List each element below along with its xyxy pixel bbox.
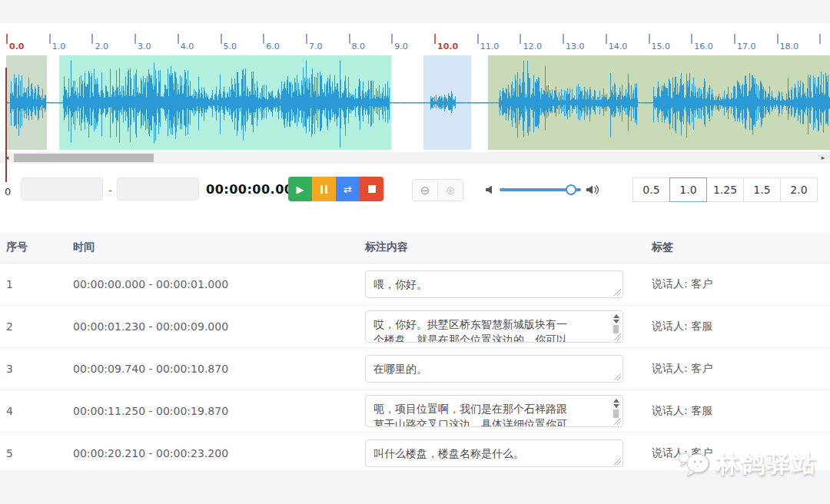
speed-button-1.0[interactable]: 1.0 (669, 177, 707, 202)
row-content-cell: 喂，你好。 (365, 270, 652, 298)
annotation-text-line1: 喂，你好。 (374, 277, 606, 292)
row-time: 00:00:00.000 - 00:00:01.000 (73, 278, 365, 290)
playhead[interactable] (5, 68, 7, 182)
zoom-button-group: ⊖ ⊕ (412, 179, 463, 201)
waveform-scrollbar[interactable]: ◂ ▸ (0, 152, 830, 164)
ruler-tick-label: 17.0 (737, 41, 756, 51)
waveform-panel: 0.01.02.03.04.05.06.07.08.09.010.011.012… (0, 23, 830, 166)
textarea-resize-handle[interactable] (614, 418, 621, 425)
annotation-textarea[interactable]: 喂，你好。 (365, 270, 623, 298)
playback-speed-group: 0.51.01.251.52.0 (633, 177, 818, 202)
row-content-cell: 在哪里的。 (365, 355, 652, 383)
textarea-resize-handle[interactable] (614, 373, 621, 380)
speed-button-0.5[interactable]: 0.5 (632, 177, 670, 202)
textarea-scroll-thumb[interactable] (613, 410, 619, 418)
row-seq: 5 (6, 447, 73, 459)
ruler-tick-label: 8.0 (352, 41, 366, 51)
header-seq: 序号 (6, 240, 73, 254)
annotation-textarea[interactable]: 在哪里的。 (365, 355, 623, 383)
textarea-resize-handle[interactable] (614, 458, 621, 465)
scroll-up-icon[interactable] (613, 399, 619, 403)
ruler-tick (391, 34, 393, 44)
scroll-down-icon[interactable] (613, 320, 619, 323)
row-speaker-label: 说话人: 客户 (652, 362, 830, 376)
range-separator: - (108, 184, 112, 196)
table-row[interactable]: 100:00:00.000 - 00:00:01.000喂，你好。说话人: 客户 (0, 264, 830, 306)
row-speaker-label: 说话人: 客服 (652, 320, 830, 333)
play-icon: ▶ (297, 184, 304, 194)
ruler-tick-label: 0.0 (9, 41, 25, 51)
scroll-down-icon[interactable] (613, 404, 619, 408)
row-seq: 4 (6, 405, 73, 417)
header-label: 标签 (652, 240, 830, 254)
transport-controls: 0 - 00:00:00.000 ▶⇄ ⊖ ⊕ 0.51.01.251.52.0 (0, 167, 830, 226)
textarea-scroll-thumb[interactable] (613, 325, 619, 333)
waveform-area[interactable] (0, 55, 830, 150)
row-speaker-label: 说话人: 客服 (652, 404, 830, 418)
ruler-tick-label: 3.0 (138, 41, 151, 51)
row-time: 00:00:20.210 - 00:00:23.200 (73, 447, 365, 459)
annotation-table: 序号 时间 标注内容 标签 100:00:00.000 - 00:00:01.0… (0, 232, 830, 475)
scrollbar-thumb[interactable] (14, 154, 154, 162)
ruler-tick (221, 34, 222, 44)
ruler-tick-label: 5.0 (224, 41, 237, 51)
textarea-scrollbar[interactable] (611, 397, 621, 418)
range-start-input[interactable] (21, 177, 103, 201)
ruler-tick (263, 34, 264, 44)
zoom-out-button[interactable]: ⊖ (413, 180, 438, 201)
textarea-scrollbar[interactable] (611, 313, 621, 333)
textarea-resize-handle[interactable] (614, 333, 621, 340)
ruler-tick (134, 34, 136, 44)
speed-button-1.5[interactable]: 1.5 (743, 177, 781, 202)
audio-annotation-app: 0.01.02.03.04.05.06.07.08.09.010.011.012… (0, 0, 830, 504)
ruler-tick (91, 34, 93, 44)
scroll-up-icon[interactable] (613, 314, 619, 318)
stop-icon (368, 185, 376, 193)
row-time: 00:00:11.250 - 00:00:19.870 (73, 405, 365, 417)
annotation-textarea[interactable]: 哎，你好。拱墅区桥东智慧新城版块有一个楼盘，就是在那个位置这边的，你可以 (365, 310, 623, 343)
annotation-textarea[interactable]: 叫什么楼盘，楼盘名称是什么。 (365, 439, 623, 467)
play-button[interactable]: ▶ (288, 177, 312, 201)
volume-control (486, 180, 599, 200)
ruler-tick-label: 2.0 (95, 41, 108, 51)
table-row[interactable]: 300:00:09.740 - 00:00:10.870在哪里的。说话人: 客户 (0, 348, 830, 390)
ruler-tick-label: 18.0 (780, 41, 799, 51)
ruler-tick-label: 14.0 (609, 41, 628, 51)
ruler-tick-label: 9.0 (394, 41, 408, 51)
timeline-ruler[interactable]: 0.01.02.03.04.05.06.07.08.09.010.011.012… (0, 34, 830, 55)
annotation-text-line2: 莫干山路交叉口这边，具体详细位置你可 (374, 416, 603, 427)
ruler-tick (178, 34, 179, 44)
volume-slider-thumb[interactable] (566, 184, 576, 195)
top-band (0, 0, 830, 23)
row-time: 00:00:09.740 - 00:00:10.870 (73, 363, 365, 375)
textarea-resize-handle[interactable] (614, 289, 621, 296)
row-speaker-label: 说话人: 客户 (652, 277, 830, 291)
speed-button-2.0[interactable]: 2.0 (780, 177, 818, 202)
table-row[interactable]: 400:00:11.250 - 00:00:19.870呃，项目位置啊，我们是在… (0, 390, 830, 433)
range-end-input[interactable] (117, 177, 199, 201)
loop-button[interactable]: ⇄ (336, 177, 360, 201)
annotation-text-line1: 呃，项目位置啊，我们是在那个石祥路跟 (374, 401, 603, 416)
table-row[interactable]: 200:00:01.230 - 00:00:09.000哎，你好。拱墅区桥东智慧… (0, 306, 830, 348)
scroll-right-icon[interactable]: ▸ (818, 152, 828, 164)
stop-button[interactable] (360, 177, 383, 201)
ruler-tick-label: 16.0 (694, 41, 713, 51)
ruler-tick (819, 34, 821, 44)
ruler-tick (349, 34, 350, 44)
annotation-textarea[interactable]: 呃，项目位置啊，我们是在那个石祥路跟莫干山路交叉口这边，具体详细位置你可 (365, 395, 623, 427)
table-header: 序号 时间 标注内容 标签 (0, 232, 830, 264)
volume-slider[interactable] (500, 188, 581, 191)
zoom-in-button[interactable]: ⊕ (438, 180, 463, 201)
annotation-text-line2: 个楼盘，就是在那个位置这边的，你可以 (374, 332, 603, 343)
scroll-left-icon[interactable]: ◂ (2, 152, 12, 164)
waveform-canvas (0, 55, 830, 150)
loop-icon: ⇄ (344, 184, 352, 194)
ruler-tick-label: 1.0 (52, 41, 66, 51)
zoom-out-icon: ⊖ (420, 184, 430, 197)
row-seq: 3 (6, 363, 73, 375)
pause-button[interactable] (312, 177, 336, 201)
ruler-tick (606, 34, 607, 44)
speed-button-1.25[interactable]: 1.25 (706, 177, 744, 202)
annotation-text-line1: 在哪里的。 (374, 361, 606, 376)
table-body: 100:00:00.000 - 00:00:01.000喂，你好。说话人: 客户… (0, 264, 830, 475)
